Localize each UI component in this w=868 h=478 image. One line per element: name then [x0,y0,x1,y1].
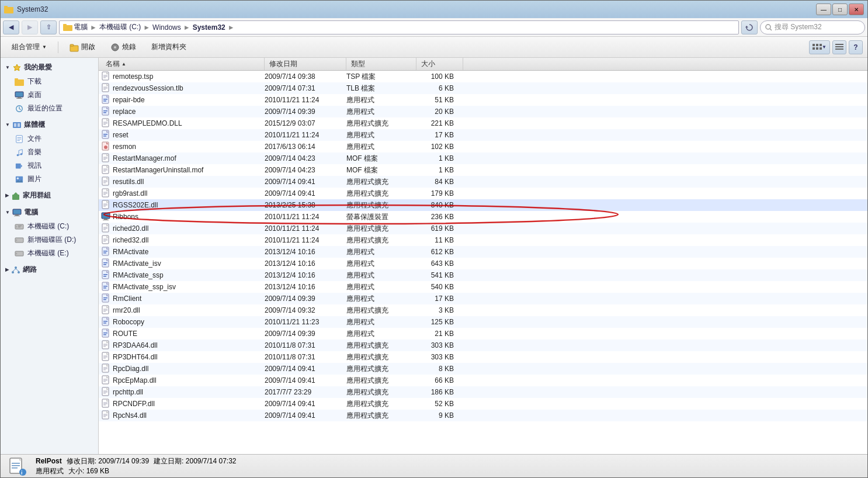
svg-rect-162 [103,332,107,334]
sidebar-media-header[interactable]: ▼ 媒體櫃 [1,117,98,132]
close-button[interactable]: ✕ [849,4,864,15]
table-row[interactable]: RpcNs4.dll 2009/7/14 09:41 應用程式擴充 9 KB [99,410,867,421]
svg-rect-103 [102,177,109,185]
cell-size: 84 KB [416,178,463,186]
sidebar-item-downloads[interactable]: 下載 [1,75,98,88]
sidebar-item-desktop-label: 桌面 [27,90,41,100]
table-row[interactable]: rgb9rast.dll 2009/7/14 09:41 應用程式擴充 179 … [99,188,867,199]
filename-text: riched20.dll [113,224,148,233]
sidebar-favorites-header[interactable]: ▼ 我的最愛 [1,60,98,75]
cell-size: 1 KB [416,154,463,162]
cell-size: 21 KB [416,330,463,338]
search-box[interactable]: 搜尋 System32 [760,20,865,34]
table-row[interactable]: rmr20.dll 2009/7/14 09:32 應用程式擴充 3 KB [99,304,867,316]
sidebar-item-docs[interactable]: 文件 [1,132,98,146]
sidebar-item-video[interactable]: 視訊 [1,159,98,172]
help-button[interactable]: ? [849,40,863,54]
back-button[interactable]: ◀ [3,20,19,34]
table-row[interactable]: RpcEpMap.dll 2009/7/14 09:41 應用程式擴充 66 K… [99,375,867,386]
sort-arrow: ▲ [121,61,126,67]
breadcrumb-windows[interactable]: Windows [152,23,181,32]
view-dropdown-icon: ▼ [822,44,827,50]
column-header-size[interactable]: 大小 [416,58,463,70]
details-view-button[interactable] [832,40,846,54]
column-header-date[interactable]: 修改日期 [265,58,346,70]
sidebar-item-d-drive[interactable]: 新增磁碟區 (D:) [1,233,98,247]
filename-text: RMActivate_ssp [113,271,164,279]
table-row[interactable]: RMActivate_ssp 2013/12/4 10:16 應用程式 541 … [99,269,867,281]
table-row[interactable]: RpcDiag.dll 2009/7/14 09:41 應用程式擴充 8 KB [99,363,867,375]
sidebar-network-header[interactable]: ▶ 網路 [1,262,98,277]
file-type-icon [101,130,110,141]
open-button[interactable]: 開啟 [63,39,102,56]
forward-button[interactable]: ▶ [22,20,38,34]
file-type-icon [101,188,110,199]
sidebar-item-music[interactable]: 音樂 [1,146,98,159]
table-row[interactable]: RMActivate_ssp_isv 2013/12/4 10:16 應用程式 … [99,281,867,293]
refresh-button[interactable] [741,20,758,34]
cell-type: 應用程式 [346,329,416,339]
cell-size: 17 KB [416,295,463,303]
table-row[interactable]: rpchttp.dll 2017/7/7 23:29 應用程式擴充 186 KB [99,386,867,398]
computer-collapse-icon: ▼ [5,210,10,215]
svg-rect-23 [15,92,23,97]
table-row[interactable]: Ribbons 2010/11/21 11:24 螢幕保護裝置 236 KB [99,211,867,223]
organize-button[interactable]: 組合管理 ▼ [5,39,53,56]
breadcrumb-computer[interactable]: 電腦 [74,22,88,32]
sidebar-item-desktop[interactable]: 桌面 [1,88,98,102]
burn-button[interactable]: 燒錄 [104,39,143,56]
up-button[interactable]: ⇧ [40,20,57,34]
breadcrumb-sep-3: ► [183,23,190,32]
cell-size: 1 KB [416,166,463,174]
cell-size: 17 KB [416,131,463,139]
sidebar-item-pictures[interactable]: 圖片 [1,172,98,186]
table-row[interactable]: riched32.dll 2010/11/21 11:24 應用程式擴充 11 … [99,234,867,246]
maximize-button[interactable]: □ [832,4,848,15]
sidebar-item-e-drive[interactable]: 本機磁碟 (E:) [1,247,98,260]
sidebar-computer-header[interactable]: ▼ 電腦 [1,205,98,220]
cell-filename: RMActivate_ssp_isv [101,282,265,293]
table-row[interactable]: RP3DAA64.dll 2010/11/8 07:31 應用程式擴充 303 … [99,340,867,351]
new-folder-button[interactable]: 新增資料夾 [145,39,193,56]
svg-rect-1 [4,6,8,8]
table-row[interactable]: RestartManager.mof 2009/7/14 04:23 MOF 檔… [99,153,867,164]
breadcrumb-system32[interactable]: System32 [193,23,225,32]
table-row[interactable]: replace 2009/7/14 09:39 應用程式 20 KB [99,106,867,117]
table-row[interactable]: repair-bde 2010/11/21 11:24 應用程式 51 KB [99,94,867,106]
table-row[interactable]: RGSS202E.dll 2013/2/25 15:38 應用程式擴充 840 … [99,199,867,211]
table-row[interactable]: resmon 2017/6/13 06:14 應用程式 102 KB [99,141,867,153]
svg-rect-163 [103,334,106,335]
cell-date: 2010/11/21 11:24 [265,236,346,244]
table-row[interactable]: RestartManagerUninstall.mof 2009/7/14 04… [99,164,867,176]
cell-type: 應用程式擴充 [346,411,416,421]
title-bar-left: System32 [4,5,48,14]
table-row[interactable]: reset 2010/11/21 11:24 應用程式 17 KB [99,129,867,141]
table-row[interactable]: remotesp.tsp 2009/7/14 09:38 TSP 檔案 100 … [99,71,867,82]
sidebar-item-e-label: 本機磁碟 (E:) [27,248,69,258]
video-icon [15,162,24,170]
table-row[interactable]: RESAMPLEDMO.DLL 2015/12/9 03:07 應用程式擴充 2… [99,117,867,129]
sidebar-homegroup-header[interactable]: ▶ 家用群組 [1,188,98,203]
table-row[interactable]: RMActivate 2013/12/4 10:16 應用程式 612 KB [99,246,867,258]
table-row[interactable]: RP3DHT64.dll 2010/11/8 07:31 應用程式擴充 303 … [99,351,867,363]
view-button[interactable]: ▼ [809,40,830,54]
column-header-name[interactable]: 名稱 ▲ [101,58,265,70]
table-row[interactable]: Robocopy 2010/11/21 11:23 應用程式 125 KB [99,316,867,328]
table-row[interactable]: RPCNDFP.dll 2009/7/14 09:41 應用程式擴充 52 KB [99,398,867,410]
svg-rect-108 [102,189,109,197]
cell-type: 應用程式擴充 [346,387,416,397]
title-bar: System32 — □ ✕ [1,1,867,18]
sidebar-item-c-drive[interactable]: 本機磁碟 (C:) [1,220,98,233]
column-header-type[interactable]: 類型 [346,58,416,70]
table-row[interactable]: RmClient 2009/7/14 09:39 應用程式 17 KB [99,293,867,304]
minimize-button[interactable]: — [816,4,831,15]
table-row[interactable]: riched20.dll 2010/11/21 11:24 應用程式擴充 619… [99,223,867,234]
svg-point-92 [104,146,107,149]
table-row[interactable]: rendezvousSession.tlb 2009/7/14 07:31 TL… [99,82,867,94]
table-row[interactable]: RMActivate_isv 2013/12/4 10:16 應用程式 643 … [99,258,867,269]
table-row[interactable]: resutils.dll 2009/7/14 09:41 應用程式擴充 84 K… [99,176,867,188]
breadcrumb-drive[interactable]: 本機磁碟 (C:) [99,22,141,32]
sidebar-item-recent[interactable]: 最近的位置 [1,102,98,115]
table-row[interactable]: ROUTE 2009/7/14 09:39 應用程式 21 KB [99,328,867,340]
svg-rect-12 [816,44,818,46]
